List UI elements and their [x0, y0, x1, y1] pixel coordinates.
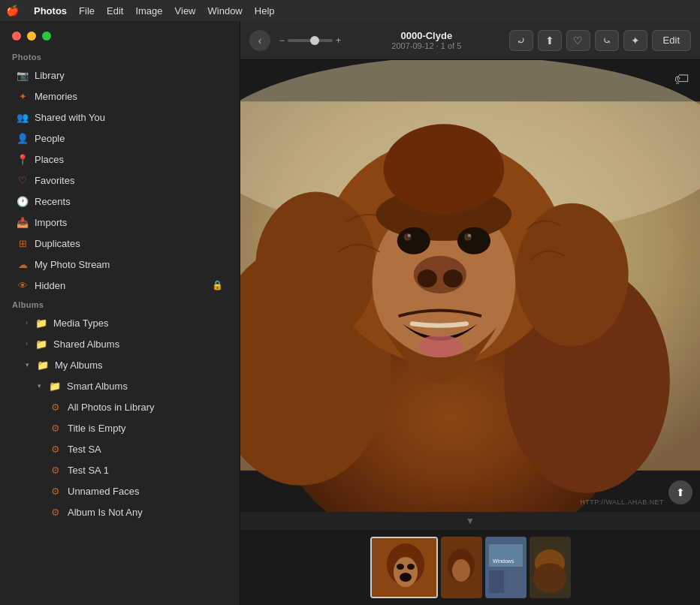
sidebar-item-title-empty[interactable]: ⚙ Title is Empty	[5, 418, 235, 438]
sidebar-item-shared-with-you[interactable]: 👥 Shared with You	[5, 107, 235, 127]
unnamed-faces-smart-icon: ⚙	[50, 485, 62, 497]
sidebar-item-test-sa-1[interactable]: ⚙ Test SA 1	[5, 460, 235, 480]
apple-menu[interactable]: 🍎	[6, 5, 19, 17]
filmstrip-thumb-1[interactable]	[370, 537, 438, 598]
my-albums-chevron: ▾	[26, 361, 29, 369]
svg-point-10	[397, 227, 430, 254]
sidebar-item-album-is-not-any-label: Album Is Not Any	[68, 507, 143, 518]
sidebar-item-my-albums[interactable]: ▾ 📁 My Albums	[5, 355, 235, 375]
svg-point-13	[464, 233, 472, 241]
image-menu[interactable]: Image	[135, 5, 162, 17]
sidebar-item-places[interactable]: 📍 Places	[5, 149, 235, 169]
sidebar-item-unnamed-faces[interactable]: ⚙ Unnamed Faces	[5, 481, 235, 501]
sidebar-item-memories-label: Memories	[35, 91, 77, 102]
sidebar-item-title-empty-label: Title is Empty	[68, 423, 126, 434]
shared-with-you-icon: 👥	[17, 111, 29, 123]
back-button[interactable]: ‹	[249, 30, 270, 51]
filmstrip-thumb-3[interactable]: Windows	[485, 537, 527, 598]
media-types-chevron: ›	[26, 319, 28, 327]
sidebar-item-memories[interactable]: ✦ Memories	[5, 86, 235, 106]
help-menu[interactable]: Help	[255, 5, 275, 17]
separator-bar[interactable]: ▼	[240, 512, 700, 530]
maximize-button[interactable]	[42, 32, 51, 41]
sidebar-item-imports[interactable]: 📥 Imports	[5, 212, 235, 232]
smart-albums-folder-icon: 📁	[49, 380, 61, 392]
view-menu[interactable]: View	[175, 5, 196, 17]
sidebar-item-favorites-label: Favorites	[35, 175, 74, 186]
library-icon: 📷	[17, 69, 29, 81]
rotate-cw-button[interactable]: ⤿	[595, 30, 619, 51]
recents-icon: 🕐	[17, 195, 29, 207]
sidebar-item-all-photos[interactable]: ⚙ All Photos in Library	[5, 397, 235, 417]
toolbar: ‹ − + 0000-Clyde 2007-09-12 · 1 of 5 ⤾ ⬆…	[240, 21, 700, 60]
photo-image	[240, 60, 700, 512]
main-area: ‹ − + 0000-Clyde 2007-09-12 · 1 of 5 ⤾ ⬆…	[240, 21, 700, 605]
magic-wand-button[interactable]: ✦	[623, 30, 647, 51]
photo-subtitle: 2007-09-12 · 1 of 5	[391, 41, 461, 50]
menu-bar: 🍎 Photos File Edit Image View Window Hel…	[0, 0, 700, 21]
zoom-plus-icon: +	[336, 35, 341, 46]
sidebar-item-smart-albums-label: Smart Albums	[67, 381, 128, 392]
watermark: HTTP://WALL.AHAB.NET	[580, 498, 664, 506]
edit-menu[interactable]: Edit	[107, 5, 123, 17]
sidebar-item-media-types[interactable]: › 📁 Media Types	[5, 313, 235, 333]
shared-albums-folder-icon: 📁	[35, 338, 47, 350]
share-button[interactable]: ⬆	[538, 30, 562, 51]
svg-point-25	[407, 564, 415, 570]
albums-section-label: Albums	[0, 296, 240, 312]
sidebar-item-album-is-not-any[interactable]: ⚙ Album Is Not Any	[5, 502, 235, 522]
sidebar-item-my-albums-label: My Albums	[55, 360, 103, 371]
app-menu[interactable]: Photos	[34, 5, 67, 17]
svg-text:Windows: Windows	[493, 558, 514, 564]
zoom-thumb	[310, 36, 319, 45]
svg-point-23	[394, 557, 418, 587]
tag-icon[interactable]: 🏷	[674, 71, 689, 88]
sidebar-item-shared-albums[interactable]: › 📁 Shared Albums	[5, 334, 235, 354]
sidebar-item-recents[interactable]: 🕐 Recents	[5, 191, 235, 211]
separator-chevron-icon: ▼	[466, 516, 475, 526]
sidebar-item-unnamed-faces-label: Unnamed Faces	[68, 486, 139, 497]
toolbar-title-area: 0000-Clyde 2007-09-12 · 1 of 5	[350, 30, 503, 50]
sidebar-item-hidden[interactable]: 👁 Hidden 🔒	[5, 275, 235, 295]
sidebar-item-favorites[interactable]: ♡ Favorites	[5, 170, 235, 190]
people-icon: 👤	[17, 132, 29, 144]
zoom-minus-icon: −	[279, 35, 285, 46]
file-menu[interactable]: File	[79, 5, 95, 17]
duplicates-icon: ⊞	[17, 237, 29, 249]
my-albums-folder-icon: 📁	[37, 359, 49, 371]
places-icon: 📍	[17, 153, 29, 165]
sidebar-item-test-sa[interactable]: ⚙ Test SA	[5, 439, 235, 459]
window-menu[interactable]: Window	[208, 5, 243, 17]
favorite-button[interactable]: ♡	[566, 30, 590, 51]
sidebar-item-imports-label: Imports	[35, 217, 67, 228]
svg-point-15	[468, 234, 471, 237]
filmstrip: Windows	[240, 530, 700, 605]
share-overlay-button[interactable]: ⬆	[668, 480, 692, 504]
svg-point-14	[408, 234, 411, 237]
shared-albums-chevron: ›	[26, 340, 28, 348]
sidebar-item-my-photo-stream[interactable]: ☁ My Photo Stream	[5, 254, 235, 274]
sidebar-item-people[interactable]: 👤 People	[5, 128, 235, 148]
sidebar-item-smart-albums[interactable]: ▾ 📁 Smart Albums	[5, 376, 235, 396]
zoom-slider[interactable]	[288, 39, 333, 42]
svg-point-37	[533, 563, 566, 593]
my-photo-stream-icon: ☁	[17, 258, 29, 270]
imports-icon: 📥	[17, 216, 29, 228]
sidebar-item-library[interactable]: 📷 Library	[5, 65, 235, 85]
filmstrip-thumb-2[interactable]	[441, 537, 482, 598]
photo-main[interactable]: 🏷 HTTP://WALL.AHAB.NET ⬆	[240, 60, 700, 512]
zoom-control: − +	[279, 35, 341, 46]
close-button[interactable]	[12, 32, 21, 41]
sidebar-item-test-sa-label: Test SA	[68, 444, 101, 455]
sidebar-item-shared-albums-label: Shared Albums	[53, 339, 119, 350]
test-sa-smart-icon: ⚙	[50, 443, 62, 455]
filmstrip-thumb-4[interactable]	[530, 537, 571, 598]
sidebar-item-media-types-label: Media Types	[53, 318, 108, 329]
minimize-button[interactable]	[27, 32, 36, 41]
rotate-button[interactable]: ⤾	[509, 30, 533, 51]
test-sa-1-smart-icon: ⚙	[50, 464, 62, 476]
edit-button[interactable]: Edit	[652, 30, 691, 51]
sidebar-item-people-label: People	[35, 133, 65, 144]
sidebar-item-recents-label: Recents	[35, 196, 71, 207]
sidebar-item-duplicates[interactable]: ⊞ Duplicates	[5, 233, 235, 253]
